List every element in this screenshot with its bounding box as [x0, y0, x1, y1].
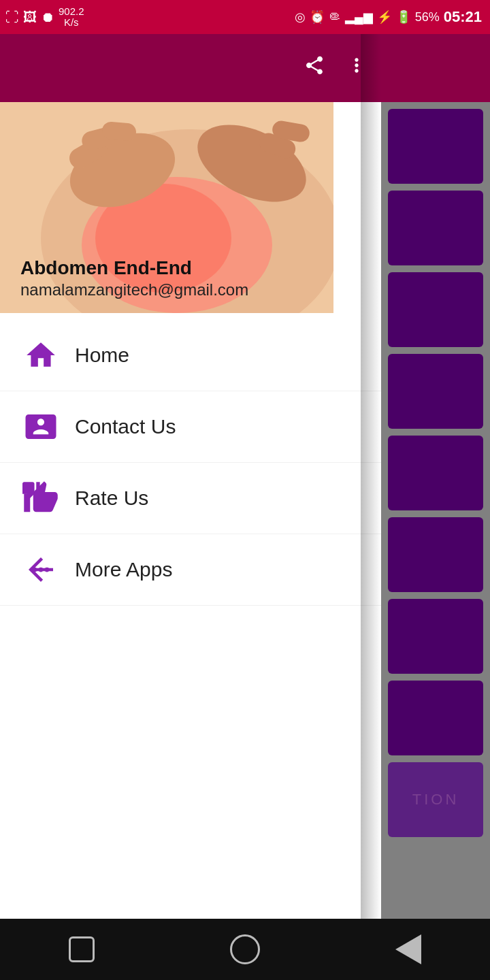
content-panel: TION [381, 34, 490, 980]
content-block-4 [388, 354, 483, 429]
battery-icon: 🔋 [396, 10, 411, 24]
home-icon [20, 335, 61, 376]
contact-icon [20, 406, 61, 447]
gallery-icon: 🖼 [23, 10, 37, 25]
status-left-icons: ⛶ 🖼 ⏺ 902.2 K/s [5, 6, 84, 29]
status-right-icons: ◎ ⏰ ᪤ ▂▄▆ ⚡ 🔋 56% 05:21 [295, 8, 482, 26]
content-block-9: TION [388, 762, 483, 837]
menu-item-more-apps[interactable]: More Apps [0, 534, 381, 606]
share-icon[interactable] [304, 54, 325, 82]
rate-icon [20, 478, 61, 519]
menu-item-contact[interactable]: Contact Us [0, 391, 381, 463]
status-time: 05:21 [444, 8, 482, 26]
recent-apps-icon [69, 936, 95, 962]
menu-item-rate[interactable]: Rate Us [0, 463, 381, 534]
back-btn[interactable] [388, 929, 429, 970]
content-block-1 [388, 109, 483, 184]
contact-label: Contact Us [75, 415, 176, 438]
more-vert-icon[interactable] [346, 54, 368, 82]
content-block-9-text: TION [388, 762, 483, 837]
square-btn[interactable] [61, 929, 102, 970]
content-block-5 [388, 436, 483, 510]
drawer-header: Abdomen End-End namalamzangitech@gmail.c… [0, 102, 381, 313]
content-block-2 [388, 191, 483, 265]
circle-btn[interactable] [225, 929, 265, 970]
back-nav-icon [395, 934, 421, 964]
svg-point-12 [45, 568, 50, 572]
svg-point-13 [39, 568, 44, 572]
drawer-app-bar [0, 34, 381, 102]
alarm-icon: ⏰ [310, 10, 325, 24]
content-top-bar [381, 34, 490, 102]
content-blocks: TION [381, 102, 490, 844]
main-wrapper: Abdomen End-End namalamzangitech@gmail.c… [0, 34, 490, 980]
menu-list: Home Contact Us [0, 313, 381, 612]
content-block-6 [388, 517, 483, 592]
rate-label: Rate Us [75, 487, 148, 510]
app-email: namalamzangitech@gmail.com [20, 280, 248, 299]
content-block-3 [388, 272, 483, 347]
home-label: Home [75, 344, 129, 367]
more-apps-icon [20, 549, 61, 590]
navigation-drawer: Abdomen End-End namalamzangitech@gmail.c… [0, 34, 381, 980]
svg-point-14 [33, 568, 37, 572]
content-block-8 [388, 681, 483, 755]
more-apps-label: More Apps [75, 558, 172, 581]
network-speed: 902.2 K/s [59, 6, 84, 29]
battery-percent: 56% [415, 10, 440, 24]
svg-rect-11 [333, 102, 381, 313]
flash-icon: ⚡ [377, 10, 392, 24]
status-bar: ⛶ 🖼 ⏺ 902.2 K/s ◎ ⏰ ᪤ ▂▄▆ ⚡ 🔋 56% 05:21 [0, 0, 490, 34]
network-icon: ᪤ [329, 10, 341, 24]
signal-icon: ▂▄▆ [345, 10, 373, 24]
content-block-7 [388, 599, 483, 674]
record-icon: ⏺ [41, 10, 54, 25]
drawer-header-text: Abdomen End-End namalamzangitech@gmail.c… [20, 256, 248, 299]
app-title: Abdomen End-End [20, 256, 248, 280]
data-saver-icon: ⛶ [5, 10, 19, 25]
menu-item-home[interactable]: Home [0, 320, 381, 391]
location-icon: ◎ [295, 10, 306, 24]
home-nav-icon [230, 934, 260, 964]
nav-bar [0, 919, 490, 980]
